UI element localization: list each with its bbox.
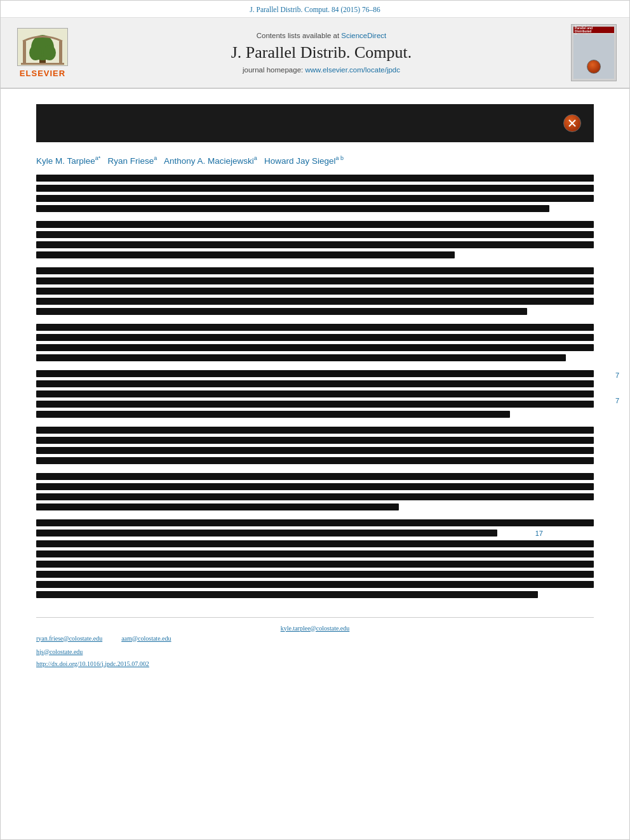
text-block-28: [36, 483, 594, 490]
content-with-numbers: 7 7: [36, 370, 594, 418]
svg-rect-6: [59, 41, 62, 63]
elsevier-tree-svg: [18, 29, 67, 65]
right-number-mid: 7: [615, 396, 619, 406]
science-direct-line: Contents lists available at ScienceDirec…: [257, 32, 387, 39]
footer-email-hjs[interactable]: hjs@colostate.edu: [36, 648, 83, 655]
footer-doi-link[interactable]: http://dx.doi.org/10.1016/j.jpdc.2015.07…: [36, 660, 149, 667]
text-block-35: [36, 561, 594, 568]
text-block-8: [36, 251, 455, 258]
text-block-23: [36, 427, 594, 434]
footer-email-tarplee[interactable]: kyle.tarplee@colostate.edu: [281, 625, 350, 632]
text-block-5: [36, 221, 594, 228]
crossmark-badge[interactable]: [563, 114, 581, 132]
text-block-32: [36, 530, 497, 537]
journal-homepage-line: journal homepage: www.elsevier.com/locat…: [243, 66, 400, 74]
text-block-9: [36, 267, 594, 274]
text-block-7: [36, 241, 594, 248]
text-block-25: [36, 447, 594, 454]
science-direct-link[interactable]: ScienceDirect: [341, 32, 386, 39]
cover-image: Journal of Parallel and Distributed Comp…: [571, 24, 617, 81]
citation-bar: J. Parallel Distrib. Comput. 84 (2015) 7…: [1, 1, 629, 18]
svg-point-4: [43, 45, 56, 60]
text-block-22: [36, 411, 510, 418]
text-block-18: [36, 370, 594, 377]
text-block-1: [36, 175, 594, 182]
authors-line: Kyle M. Tarpleea* Ryan Friesea Anthony A…: [36, 155, 594, 166]
text-block-2: [36, 185, 594, 192]
text-block-17: [36, 354, 566, 361]
journal-main-title: J. Parallel Distrib. Comput.: [231, 43, 412, 62]
content-section-3: [36, 267, 594, 315]
author-friese-superscript: a: [154, 155, 157, 161]
content-section-5: [36, 370, 594, 418]
author-anthony-superscript: a: [254, 155, 257, 161]
homepage-link[interactable]: www.elsevier.com/locate/jpdc: [305, 66, 400, 74]
cover-top-bar: Journal of Parallel and Distributed Comp…: [573, 27, 614, 33]
text-block-13: [36, 308, 527, 315]
text-block-36: [36, 571, 594, 578]
footer-email-hjs-container: hjs@colostate.edu: [36, 646, 594, 657]
page-container: J. Parallel Distrib. Comput. 84 (2015) 7…: [0, 0, 630, 840]
journal-title-area: Contents lists available at ScienceDirec…: [84, 24, 558, 81]
content-section-8: [36, 571, 594, 598]
text-block-12: [36, 298, 594, 305]
content-section-4: [36, 324, 594, 361]
text-block-27: [36, 473, 594, 480]
page-number-center: 17: [535, 530, 543, 537]
elsevier-tree-image: [17, 28, 68, 66]
svg-point-3: [29, 45, 42, 60]
text-block-37: [36, 581, 594, 588]
text-block-29: [36, 493, 594, 500]
article-title-box: [36, 104, 594, 142]
text-block-15: [36, 334, 594, 341]
text-block-14: [36, 324, 594, 331]
text-block-33: [36, 540, 594, 547]
text-block-30: [36, 503, 399, 510]
crossmark-icon: [567, 118, 577, 128]
footer-email-friese[interactable]: ryan.friese@colostate.edu: [36, 635, 102, 642]
elsevier-brand-text: ELSEVIER: [20, 69, 65, 78]
text-block-19: [36, 380, 594, 387]
footer-email-aam[interactable]: aam@colostate.edu: [121, 635, 171, 642]
center-number-row: 17: [36, 530, 594, 537]
citation-link[interactable]: J. Parallel Distrib. Comput. 84 (2015) 7…: [250, 6, 380, 13]
journal-cover: Journal of Parallel and Distributed Comp…: [568, 24, 619, 81]
author-tarplee-superscript: a*: [95, 155, 101, 161]
text-block-24: [36, 437, 594, 444]
page-number-right-top: 7: [615, 371, 619, 379]
main-content: Kyle M. Tarpleea* Ryan Friesea Anthony A…: [1, 89, 629, 681]
content-section-2: [36, 221, 594, 258]
footer-emails-row: kyle.tarplee@colostate.edu: [36, 623, 594, 633]
text-block-11: [36, 288, 594, 295]
footer-area: kyle.tarplee@colostate.edu ryan.friese@c…: [36, 617, 594, 669]
content-section-1: [36, 175, 594, 212]
cover-circle-decoration: [587, 60, 601, 74]
footer-doi-container: http://dx.doi.org/10.1016/j.jpdc.2015.07…: [36, 658, 594, 669]
text-block-20: [36, 390, 594, 397]
text-block-6: [36, 231, 594, 238]
text-block-4: [36, 205, 549, 212]
right-number-top: 7: [615, 370, 619, 380]
text-block-21: [36, 401, 594, 408]
footer-emails-row2: ryan.friese@colostate.edu aam@colostate.…: [36, 635, 594, 644]
cover-body: [573, 34, 614, 79]
elsevier-logo: ELSEVIER: [11, 24, 74, 81]
text-block-34: [36, 550, 594, 557]
text-block-10: [36, 277, 594, 284]
text-block-31: [36, 519, 594, 526]
center-number-area: 17: [36, 519, 594, 568]
author-siegel[interactable]: Howard Jay Siegel: [264, 156, 336, 166]
content-section-6: [36, 427, 594, 464]
text-block-16: [36, 344, 594, 351]
svg-rect-5: [23, 41, 26, 63]
author-friese[interactable]: Ryan Friese: [108, 156, 154, 166]
author-tarplee[interactable]: Kyle M. Tarplee: [36, 156, 95, 166]
page-number-right-mid: 7: [615, 397, 619, 404]
footer-email-tarplee-container: kyle.tarplee@colostate.edu: [281, 623, 350, 633]
text-block-26: [36, 457, 594, 464]
content-section-7: [36, 473, 594, 510]
contents-prefix: Contents lists available at: [257, 32, 342, 39]
svg-rect-7: [21, 63, 64, 65]
text-block-38: [36, 591, 538, 598]
author-anthony[interactable]: Anthony A. Maciejewski: [164, 156, 254, 166]
